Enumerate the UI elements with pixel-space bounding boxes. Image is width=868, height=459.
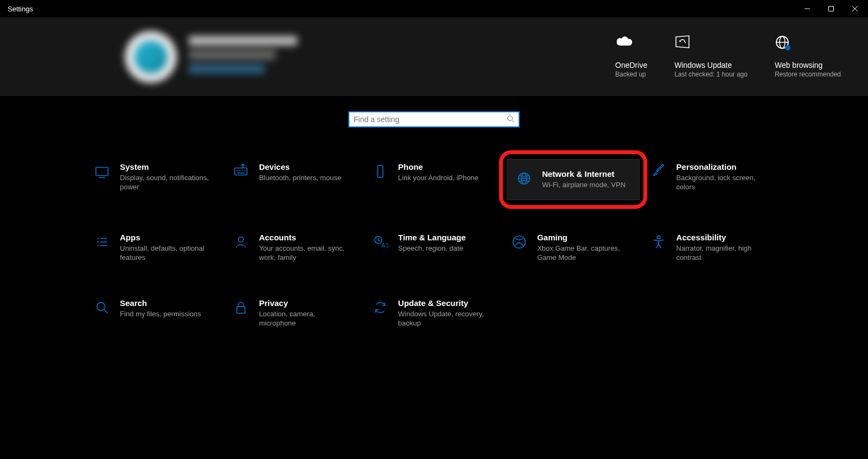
header-band: OneDrive Backed up Windows Update Last c…: [0, 17, 868, 96]
tile-title: Time & Language: [398, 233, 466, 242]
tile-network[interactable]: Network & Internet Wi-Fi, airplane mode,…: [507, 159, 639, 200]
settings-grid: System Display, sound, notifications, po…: [90, 159, 778, 331]
svg-point-28: [97, 245, 99, 246]
svg-point-7: [785, 45, 790, 50]
status-subtitle: Restore recommended: [775, 71, 841, 79]
svg-point-26: [97, 241, 99, 243]
minimize-button[interactable]: [804, 5, 813, 12]
globe-icon: [775, 35, 841, 59]
tile-desc: Xbox Game Bar, captures, Game Mode: [537, 244, 628, 263]
close-button[interactable]: [852, 5, 860, 12]
tile-gaming[interactable]: Gaming Xbox Game Bar, captures, Game Mod…: [507, 229, 639, 266]
svg-line-38: [104, 309, 108, 313]
update-icon: [674, 35, 748, 59]
tile-accessibility[interactable]: Accessibility Narrator, magnifier, high …: [646, 229, 778, 266]
tile-title: Accessibility: [676, 233, 768, 242]
tile-apps[interactable]: Apps Uninstall, defaults, optional featu…: [90, 229, 222, 266]
tile-title: Devices: [259, 162, 341, 171]
tile-title: Apps: [120, 233, 211, 242]
svg-point-24: [97, 238, 99, 239]
globe-icon: [515, 169, 533, 188]
svg-text:A字: A字: [381, 243, 388, 248]
svg-rect-1: [829, 7, 834, 11]
svg-point-36: [657, 236, 660, 239]
svg-point-14: [240, 170, 241, 171]
tile-personalization[interactable]: Personalization Background, lock screen,…: [646, 159, 778, 200]
keyboard-icon: [232, 162, 250, 181]
avatar-icon: [125, 31, 177, 83]
accessibility-icon: [649, 233, 668, 251]
cloud-icon: [615, 35, 647, 59]
tile-desc: Wi-Fi, airplane mode, VPN: [542, 181, 626, 190]
tile-time-language[interactable]: A字 Time & Language Speech, region, date: [368, 229, 500, 266]
lock-icon: [232, 298, 250, 317]
maximize-button[interactable]: [828, 5, 837, 12]
xbox-icon: [510, 233, 528, 251]
tile-desc: Location, camera, microphone: [259, 310, 350, 328]
tile-title: Search: [120, 298, 201, 308]
window-title: Settings: [8, 5, 33, 13]
search-icon: [507, 115, 514, 124]
person-icon: [232, 233, 250, 251]
svg-line-33: [378, 240, 380, 241]
tile-search[interactable]: Search Find my files, permissions: [90, 295, 222, 331]
tile-title: Update & Security: [398, 298, 489, 308]
tile-desc: Windows Update, recovery, backup: [398, 310, 489, 328]
monitor-icon: [93, 162, 111, 181]
svg-rect-12: [235, 168, 247, 175]
svg-point-8: [508, 116, 513, 120]
titlebar: Settings: [0, 0, 868, 17]
status-cards: OneDrive Backed up Windows Update Last c…: [615, 35, 841, 79]
window-controls: [804, 5, 860, 12]
tile-desc: Your accounts, email, sync, work, family: [259, 244, 350, 263]
tile-title: Personalization: [676, 162, 768, 171]
tile-desc: Speech, region, date: [398, 244, 466, 253]
search-input[interactable]: [354, 115, 507, 124]
tile-phone[interactable]: Phone Link your Android, iPhone: [368, 159, 500, 200]
tile-title: Gaming: [537, 233, 628, 242]
tile-update-security[interactable]: Update & Security Windows Update, recove…: [368, 295, 500, 331]
tile-accounts[interactable]: Accounts Your accounts, email, sync, wor…: [228, 229, 361, 266]
svg-point-30: [239, 237, 244, 242]
paintbrush-icon: [649, 162, 668, 181]
tile-desc: Bluetooth, printers, mouse: [259, 174, 341, 183]
tile-desc: Display, sound, notifications, power: [120, 174, 211, 192]
svg-point-15: [242, 170, 243, 171]
status-card-windows-update[interactable]: Windows Update Last checked: 1 hour ago: [674, 35, 748, 79]
tile-desc: Find my files, permissions: [120, 310, 201, 319]
profile-text: [189, 36, 297, 78]
svg-point-35: [513, 236, 526, 248]
tile-system[interactable]: System Display, sound, notifications, po…: [90, 159, 222, 200]
status-card-web-browsing[interactable]: Web browsing Restore recommended: [775, 35, 841, 79]
tile-title: System: [120, 162, 211, 171]
svg-rect-39: [237, 307, 245, 313]
phone-icon: [371, 162, 390, 181]
list-icon: [93, 233, 111, 251]
svg-line-9: [512, 120, 514, 122]
status-card-onedrive[interactable]: OneDrive Backed up: [615, 35, 647, 79]
tile-desc: Uninstall, defaults, optional features: [120, 244, 211, 263]
search-box[interactable]: [348, 111, 520, 127]
tile-title: Accounts: [259, 233, 350, 242]
user-profile[interactable]: [125, 31, 297, 83]
tile-title: Network & Internet: [542, 169, 626, 178]
tile-title: Phone: [398, 162, 478, 171]
time-language-icon: A字: [371, 233, 390, 251]
status-title: Web browsing: [775, 61, 841, 69]
status-subtitle: Backed up: [615, 71, 647, 79]
svg-rect-10: [96, 168, 108, 176]
svg-point-13: [237, 170, 238, 171]
tile-desc: Background, lock screen, colors: [676, 174, 768, 192]
sync-icon: [371, 298, 390, 317]
tile-desc: Link your Android, iPhone: [398, 174, 478, 183]
status-title: OneDrive: [615, 61, 647, 69]
status-title: Windows Update: [674, 61, 748, 69]
tile-devices[interactable]: Devices Bluetooth, printers, mouse: [228, 159, 361, 200]
svg-point-37: [97, 302, 105, 310]
tile-privacy[interactable]: Privacy Location, camera, microphone: [228, 295, 361, 331]
svg-point-20: [380, 176, 381, 177]
status-subtitle: Last checked: 1 hour ago: [674, 71, 748, 79]
svg-point-16: [245, 170, 246, 171]
content: System Display, sound, notifications, po…: [0, 96, 868, 331]
search-icon: [93, 298, 111, 317]
